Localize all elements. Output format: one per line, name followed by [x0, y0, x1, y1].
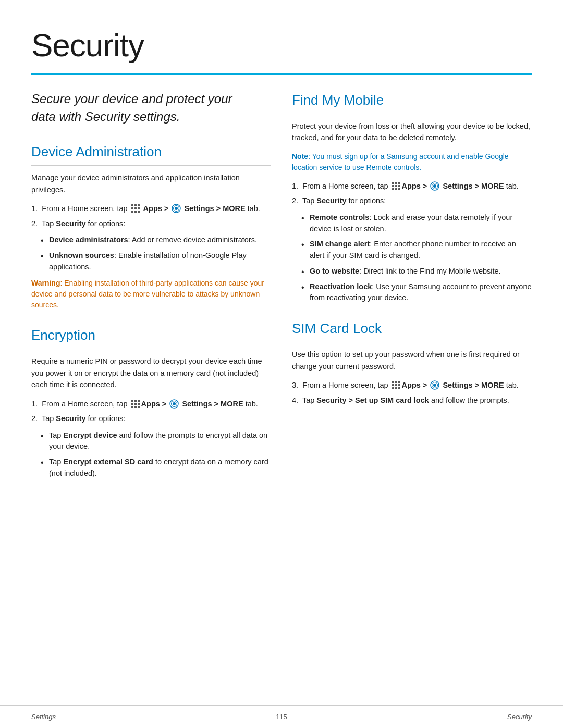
- svg-rect-6: [131, 211, 133, 213]
- bullet-sim-change-alert: SIM change alert: Enter another phone nu…: [301, 239, 532, 262]
- right-column: Find My Mobile Protect your device from …: [292, 90, 532, 494]
- svg-point-10: [175, 207, 178, 210]
- svg-rect-37: [395, 381, 397, 383]
- settings-icon-sim: [430, 380, 439, 390]
- encryption-body: Require a numeric PIN or password to dec…: [31, 355, 271, 390]
- footer-right-label: Security: [507, 712, 532, 722]
- find-my-mobile-heading: Find My Mobile: [292, 90, 532, 114]
- device-admin-steps: 1. From a Home screen, tap: [31, 203, 271, 229]
- svg-rect-4: [134, 207, 137, 209]
- intro-text: Secure your device and protect your data…: [31, 90, 255, 125]
- svg-rect-12: [131, 400, 133, 402]
- fmm-step-1: 1. From a Home screen, tap: [292, 180, 532, 192]
- svg-rect-2: [138, 204, 140, 206]
- note-label: Note: [292, 152, 308, 161]
- left-column: Secure your device and protect your data…: [31, 90, 271, 494]
- svg-rect-5: [138, 207, 140, 209]
- find-my-mobile-section: Find My Mobile Protect your device from …: [292, 90, 532, 304]
- encryption-section: Encryption Require a numeric PIN or pass…: [31, 325, 271, 479]
- encryption-steps: 1. From a Home screen, tap: [31, 398, 271, 425]
- svg-rect-42: [392, 387, 394, 389]
- apps-icon-enc: [131, 399, 140, 409]
- apps-icon: [131, 204, 140, 213]
- settings-icon-fmm: [430, 181, 439, 191]
- step-2: 2. Tap Security for options:: [31, 218, 271, 229]
- svg-rect-44: [398, 387, 400, 389]
- page-title: Security: [31, 21, 532, 69]
- encryption-bullets: Tap Encrypt device and follow the prompt…: [41, 430, 271, 479]
- svg-point-34: [433, 184, 436, 188]
- svg-point-46: [433, 384, 436, 387]
- fmm-bullets: Remote controls: Lock and erase your dat…: [301, 212, 532, 304]
- svg-rect-13: [134, 400, 137, 402]
- svg-rect-28: [395, 185, 397, 187]
- enc-step-2: 2. Tap Security for options:: [31, 413, 271, 424]
- svg-rect-27: [392, 185, 394, 187]
- svg-rect-32: [398, 188, 400, 190]
- svg-rect-15: [131, 403, 133, 405]
- settings-icon: [172, 204, 181, 213]
- sim-card-lock-heading: SIM Card Lock: [292, 318, 532, 342]
- svg-rect-26: [398, 182, 400, 184]
- svg-rect-7: [134, 211, 137, 213]
- footer-left-label: Settings: [31, 712, 56, 722]
- svg-rect-18: [131, 406, 133, 408]
- bullet-device-administrators: Device administrators: Add or remove dev…: [41, 235, 271, 246]
- svg-rect-30: [392, 188, 394, 190]
- svg-rect-36: [392, 381, 394, 383]
- svg-rect-16: [134, 403, 137, 405]
- svg-rect-29: [398, 185, 400, 187]
- svg-rect-31: [395, 188, 397, 190]
- device-administration-body: Manage your device administrators and ap…: [31, 172, 271, 195]
- svg-rect-1: [134, 204, 137, 206]
- svg-rect-3: [131, 207, 133, 209]
- device-administration-heading: Device Administration: [31, 142, 271, 166]
- svg-rect-40: [395, 384, 397, 386]
- svg-rect-24: [392, 182, 394, 184]
- bullet-go-to-website: Go to website: Direct link to the Find m…: [301, 266, 532, 277]
- note-text: Note: You must sign up for a Samsung acc…: [292, 151, 532, 173]
- sim-step-4: 4. Tap Security > Set up SIM card lock a…: [292, 394, 532, 406]
- footer-page-number: 115: [276, 712, 287, 722]
- encryption-heading: Encryption: [31, 325, 271, 349]
- apps-icon-sim: [391, 380, 401, 390]
- svg-rect-17: [138, 403, 140, 405]
- svg-rect-0: [131, 204, 133, 206]
- apps-icon-fmm: [391, 181, 401, 191]
- bullet-encrypt-sd: Tap Encrypt external SD card to encrypt …: [41, 456, 271, 479]
- sim-step-3: 3. From a Home screen, tap: [292, 379, 532, 391]
- header: Security: [0, 0, 563, 69]
- svg-rect-14: [138, 400, 140, 402]
- svg-rect-38: [398, 381, 400, 383]
- enc-step-1: 1. From a Home screen, tap: [31, 398, 271, 410]
- sim-card-lock-body: Use this option to set up your password …: [292, 349, 532, 372]
- fmm-step-2: 2. Tap Security for options:: [292, 195, 532, 206]
- device-administration-section: Device Administration Manage your device…: [31, 142, 271, 311]
- warning-label: Warning: [31, 279, 60, 287]
- bullet-unknown-sources: Unknown sources: Enable installation of …: [41, 250, 271, 273]
- svg-rect-43: [395, 387, 397, 389]
- find-my-mobile-body: Protect your device from loss or theft a…: [292, 120, 532, 144]
- svg-rect-39: [392, 384, 394, 386]
- step-1: 1. From a Home screen, tap: [31, 203, 271, 214]
- settings-icon-enc: [169, 399, 179, 409]
- warning-text: Warning: Enabling installation of third-…: [31, 278, 271, 311]
- svg-point-22: [173, 402, 176, 405]
- bullet-remote-controls: Remote controls: Lock and erase your dat…: [301, 212, 532, 235]
- sim-steps: 3. From a Home screen, tap: [292, 379, 532, 406]
- svg-rect-19: [134, 406, 137, 408]
- svg-rect-8: [138, 211, 140, 213]
- fmm-steps: 1. From a Home screen, tap: [292, 180, 532, 207]
- svg-rect-25: [395, 182, 397, 184]
- svg-rect-41: [398, 384, 400, 386]
- main-content: Secure your device and protect your data…: [0, 75, 563, 494]
- page-container: Security Secure your device and protect …: [0, 0, 563, 728]
- device-admin-bullets: Device administrators: Add or remove dev…: [41, 235, 271, 273]
- svg-rect-20: [138, 406, 140, 408]
- sim-card-lock-section: SIM Card Lock Use this option to set up …: [292, 318, 532, 406]
- bullet-encrypt-device: Tap Encrypt device and follow the prompt…: [41, 430, 271, 453]
- bullet-reactivation-lock: Reactivation lock: Use your Samsung acco…: [301, 281, 532, 304]
- footer: Settings 115 Security: [0, 705, 563, 729]
